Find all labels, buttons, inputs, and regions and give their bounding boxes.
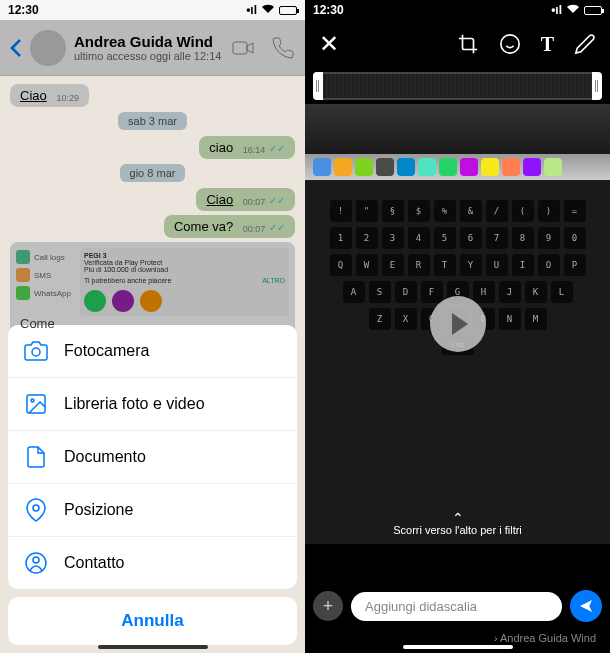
date-separator: gio 8 mar bbox=[10, 163, 295, 182]
signal-icon: •ıl bbox=[551, 3, 562, 17]
document-icon bbox=[24, 445, 48, 469]
read-check-icon: ✓✓ bbox=[269, 222, 285, 233]
keyboard-key: F bbox=[421, 281, 443, 303]
keyboard-key: 3 bbox=[382, 227, 404, 249]
last-seen: ultimo accesso oggi alle 12:14 bbox=[74, 50, 231, 62]
sheet-contact[interactable]: Contatto bbox=[8, 537, 297, 589]
crop-icon[interactable] bbox=[457, 33, 479, 55]
emoji-icon[interactable] bbox=[499, 33, 521, 55]
keyboard-key: ! bbox=[330, 200, 352, 222]
keyboard-key: % bbox=[434, 200, 456, 222]
keyboard-key: P bbox=[564, 254, 586, 276]
trim-handle-right[interactable] bbox=[592, 72, 602, 100]
send-icon bbox=[578, 598, 594, 614]
dock-app-icon bbox=[460, 158, 478, 176]
send-button[interactable] bbox=[570, 590, 602, 622]
keyboard-key: 5 bbox=[434, 227, 456, 249]
sheet-location[interactable]: Posizione bbox=[8, 484, 297, 537]
wifi-icon bbox=[566, 3, 580, 17]
keyboard-key: = bbox=[564, 200, 586, 222]
keyboard-key: D bbox=[395, 281, 417, 303]
message-out[interactable]: Ciao 00:07 ✓✓ bbox=[196, 188, 295, 211]
keyboard-key: N bbox=[499, 308, 521, 330]
keyboard-key: § bbox=[382, 200, 404, 222]
caption-input[interactable]: Aggiungi didascalia bbox=[351, 592, 562, 621]
home-indicator[interactable] bbox=[98, 645, 208, 649]
sheet-camera[interactable]: Fotocamera bbox=[8, 325, 297, 378]
trim-handle-left[interactable] bbox=[313, 72, 323, 100]
video-preview: !"§$%&/()= 1234567890 QWERTYUIOP ASDFGHJ… bbox=[305, 72, 610, 582]
date-separator: sab 3 mar bbox=[10, 111, 295, 130]
status-bar: 12:30 •ıl bbox=[305, 0, 610, 20]
svg-point-3 bbox=[31, 399, 34, 402]
add-media-button[interactable]: + bbox=[313, 591, 343, 621]
sheet-label: Fotocamera bbox=[64, 342, 149, 360]
back-icon[interactable] bbox=[10, 38, 22, 58]
keyboard-key: 7 bbox=[486, 227, 508, 249]
message-out[interactable]: ciao 16:14 ✓✓ bbox=[199, 136, 295, 159]
sheet-cancel-button[interactable]: Annulla bbox=[8, 597, 297, 645]
photo-library-icon bbox=[24, 392, 48, 416]
message-in[interactable]: Ciao 10:29 bbox=[10, 84, 89, 107]
message-out[interactable]: Come va? 00:07 ✓✓ bbox=[164, 215, 295, 238]
dock-app-icon bbox=[481, 158, 499, 176]
keyboard-key: S bbox=[369, 281, 391, 303]
keyboard-key: L bbox=[551, 281, 573, 303]
keyboard-key: E bbox=[382, 254, 404, 276]
location-icon bbox=[24, 498, 48, 522]
play-icon bbox=[452, 313, 468, 335]
sheet-label: Documento bbox=[64, 448, 146, 466]
text-tool-icon[interactable]: T bbox=[541, 33, 554, 56]
keyboard-key: A bbox=[343, 281, 365, 303]
sheet-document[interactable]: Documento bbox=[8, 431, 297, 484]
status-bar: 12:30 •ıl bbox=[0, 0, 305, 20]
video-trim-bar[interactable] bbox=[313, 72, 602, 100]
keyboard-key: Y bbox=[460, 254, 482, 276]
contact-name[interactable]: Andrea Guida Wind bbox=[74, 33, 231, 50]
home-indicator[interactable] bbox=[403, 645, 513, 649]
video-call-icon[interactable] bbox=[231, 36, 255, 60]
keyboard-key: M bbox=[525, 308, 547, 330]
keyboard-key: " bbox=[356, 200, 378, 222]
dock-app-icon bbox=[376, 158, 394, 176]
keyboard-key: 0 bbox=[564, 227, 586, 249]
keyboard-key: 6 bbox=[460, 227, 482, 249]
keyboard-key: / bbox=[486, 200, 508, 222]
video-editor-screen: 12:30 •ıl ✕ T !"§$%&/()= 123 bbox=[305, 0, 610, 653]
keyboard-key: X bbox=[395, 308, 417, 330]
svg-point-7 bbox=[500, 35, 518, 53]
contact-icon bbox=[24, 551, 48, 575]
keyboard-key: H bbox=[473, 281, 495, 303]
keyboard-key: T bbox=[434, 254, 456, 276]
sheet-photo-library[interactable]: Libreria foto e video bbox=[8, 378, 297, 431]
video-frame[interactable]: !"§$%&/()= 1234567890 QWERTYUIOP ASDFGHJ… bbox=[305, 104, 610, 544]
draw-icon[interactable] bbox=[574, 33, 596, 55]
editor-toolbar: ✕ T bbox=[305, 20, 610, 68]
svg-point-4 bbox=[33, 505, 39, 511]
voice-call-icon[interactable] bbox=[271, 36, 295, 60]
dock-app-icon bbox=[397, 158, 415, 176]
caption-bar: + Aggiungi didascalia bbox=[305, 582, 610, 630]
svg-point-1 bbox=[32, 348, 40, 356]
avatar[interactable] bbox=[30, 30, 66, 66]
read-check-icon: ✓✓ bbox=[269, 195, 285, 206]
dock-app-icon bbox=[355, 158, 373, 176]
keyboard-key: ( bbox=[512, 200, 534, 222]
battery-icon bbox=[279, 6, 297, 15]
signal-icon: •ıl bbox=[246, 3, 257, 17]
dock-app-icon bbox=[334, 158, 352, 176]
keyboard-key: 9 bbox=[538, 227, 560, 249]
keyboard-key: J bbox=[499, 281, 521, 303]
status-time: 12:30 bbox=[313, 3, 344, 17]
keyboard-key: ) bbox=[538, 200, 560, 222]
status-time: 12:30 bbox=[8, 3, 39, 17]
play-button[interactable] bbox=[430, 296, 486, 352]
keyboard-key: K bbox=[525, 281, 547, 303]
dock-app-icon bbox=[523, 158, 541, 176]
keyboard-key: I bbox=[512, 254, 534, 276]
keyboard-key: W bbox=[356, 254, 378, 276]
camera-icon bbox=[24, 339, 48, 363]
svg-point-6 bbox=[33, 557, 39, 563]
close-icon[interactable]: ✕ bbox=[319, 30, 339, 58]
keyboard-key: Q bbox=[330, 254, 352, 276]
